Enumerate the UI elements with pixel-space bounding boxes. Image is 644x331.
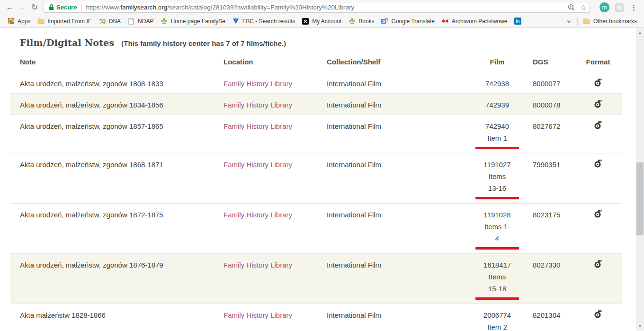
film-cell: 1191028Items 1-4 [474,203,521,253]
film-reel-icon[interactable] [594,121,603,130]
film-cell: 1618417Items15-18 [474,253,521,304]
format-cell [584,72,612,93]
extension-icon[interactable] [615,3,624,12]
bookmark-star-icon[interactable]: ☆ [580,4,587,11]
collection-cell: International Film [327,153,474,203]
family-history-library-link[interactable]: Family History Library [224,311,292,319]
family-history-library-link[interactable]: Family History Library [224,261,292,269]
column-header-collection: Collection/Shelf [327,56,474,68]
film-item-range: Items 1- [474,221,521,233]
vertical-scrollbar[interactable]: ▲ ▼ [636,28,644,331]
apps-grid-icon [7,18,15,25]
address-bar[interactable]: Secure https://www.familysearch.org/sear… [44,2,590,13]
avatar[interactable]: m [599,2,609,12]
svg-text:G: G [382,19,385,24]
table-row: Akta urodzeń, małżeństw, zgonów 1868-187… [0,153,644,203]
dgs-cell: 8027672 [533,115,584,153]
collection-cell: International Film [327,72,474,93]
table-row: Akta urodzeń, małżeństw, zgonów 1857-186… [0,115,644,153]
browser-toolbar: ← → ↻ Secure https://www.familysearch.or… [0,0,644,15]
bookmark-label: Imported From IE [47,18,91,25]
scrollbar-thumb[interactable] [636,162,644,235]
refresh-icon[interactable]: ↻ [28,1,41,14]
dgs-cell: 8000078 [533,93,584,115]
film-number: 742938 [474,78,521,89]
column-header-location: Location [224,56,327,68]
format-cell [584,253,612,304]
browser-menu-icon[interactable]: ⋮ [630,3,637,12]
arrows-icon [441,18,449,25]
scrollbar-down-arrow[interactable]: ▼ [636,322,644,330]
bookmark-item[interactable]: in [510,16,525,27]
bookmark-item[interactable]: Home page FamilySe [157,16,228,27]
bookmark-item[interactable]: FBC - Search results [229,16,298,27]
collection-cell: International Film [327,304,474,331]
x-icon [302,18,309,25]
linkedin-icon: in [514,18,521,25]
film-cell: 1191027Items13-16 [474,153,521,203]
film-reel-icon[interactable] [594,159,603,168]
omnibox-divider [81,4,82,11]
bookmark-item[interactable]: NDAP [124,16,157,27]
bookmark-item[interactable]: Archiwum Państwowe [438,16,510,27]
note-cell: Akta urodzeń, małżeństw, zgonów 1834-185… [20,93,224,115]
film-cell: 742938 [474,72,521,93]
svg-text:文: 文 [385,18,388,21]
dgs-cell: 8023175 [533,203,584,253]
film-cell: 742939 [474,93,521,115]
film-reel-icon[interactable] [594,209,603,218]
bookmark-label: Books [358,18,374,25]
zoom-in-icon[interactable] [568,4,575,11]
table-header: Note Location Collection/Shelf Film DGS … [0,56,644,68]
note-cell: Akta urodzeń, małżeństw, zgonów 1868-187… [20,153,224,203]
secure-label: Secure [56,4,77,11]
forward-icon[interactable]: → [16,1,28,14]
location-cell: Family History Library [224,115,327,153]
translate-icon: G文 [381,18,389,25]
bookmark-item[interactable]: Imported From IE [34,16,95,27]
table-row: Akta urodzeń, małżeństw, zgonów 1834-185… [0,93,644,115]
bookmark-label: DNA [109,18,121,25]
film-reel-icon[interactable] [594,78,603,87]
bookmark-item[interactable]: Books [345,16,377,27]
table-row: Akta urodzeń, małżeństw, zgonów 1808-183… [0,72,644,93]
family-history-library-link[interactable]: Family History Library [224,211,292,219]
bookmark-item[interactable]: My Account [298,16,345,27]
film-cell: 742940Item 1 [474,115,521,153]
dgs-cell: 8000077 [533,72,584,93]
film-reel-icon[interactable] [594,259,603,268]
secure-badge[interactable]: Secure [47,4,79,11]
tree-icon [348,18,356,25]
red-underline-annotation [475,297,519,300]
film-notes-table: Akta urodzeń, małżeństw, zgonów 1808-183… [0,72,644,331]
bookmarks-overflow-chevron[interactable]: » [562,18,575,25]
format-cell [584,153,612,203]
bookmark-item[interactable]: Apps [4,16,34,27]
film-reel-icon[interactable] [594,99,603,108]
film-item-range: 13-16 [474,182,521,194]
table-row: Akta małżeństw 1828-1866 Family History … [0,304,644,331]
family-history-library-link[interactable]: Family History Library [224,161,292,169]
column-header-dgs: DGS [533,56,584,68]
lock-icon [49,4,54,10]
back-icon[interactable]: ← [4,1,16,14]
url-text: https://www.familysearch.org/search/cata… [86,4,564,11]
red-underline-annotation [475,247,519,250]
family-history-library-link[interactable]: Family History Library [224,101,292,109]
film-number: 2006774 [474,309,521,321]
location-cell: Family History Library [224,304,327,331]
family-history-library-link[interactable]: Family History Library [224,80,292,88]
film-item-range: Items [474,271,521,283]
dgs-cell: 7990351 [533,153,584,203]
bookmark-item[interactable]: DNA [95,16,124,27]
film-number: 1191028 [474,209,521,221]
film-number: 1191027 [474,159,521,170]
location-cell: Family History Library [224,72,327,93]
bookmark-label: My Account [312,18,341,25]
family-history-library-link[interactable]: Family History Library [224,122,292,130]
scrollbar-up-arrow[interactable]: ▲ [636,29,644,36]
bookmark-item[interactable]: G文 Google Translate [378,16,438,27]
other-bookmarks-button[interactable]: Other bookmarks [580,16,640,27]
bookmarks-divider [577,17,578,26]
film-reel-icon[interactable] [594,310,603,319]
